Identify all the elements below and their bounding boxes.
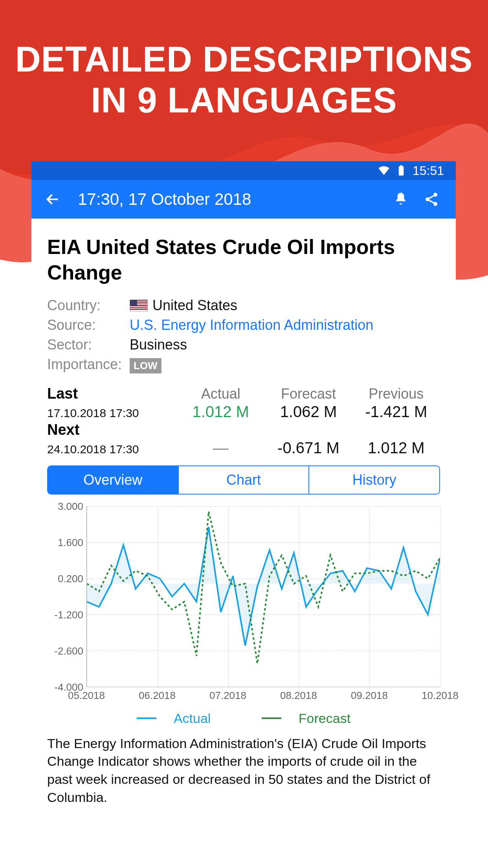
bell-icon[interactable] [388, 187, 413, 212]
previous-header: Previous [352, 386, 440, 402]
svg-rect-1 [400, 165, 402, 166]
svg-point-2 [433, 193, 437, 197]
dt-next-row: 24.10.2018 17:30 — -0.671 M 1.012 M [47, 439, 440, 457]
meta-sector-label: Sector: [47, 337, 130, 353]
tab-overview[interactable]: Overview [48, 466, 178, 494]
tab-bar: Overview Chart History [47, 465, 440, 495]
appbar-title: 17:30, 17 October 2018 [62, 190, 383, 209]
next-previous: 1.012 M [352, 439, 440, 457]
meta-importance-label: Importance: [47, 356, 130, 373]
dt-last-row: 17.10.2018 17:30 1.012 M 1.062 M -1.421 … [47, 403, 440, 421]
meta-source-link[interactable]: U.S. Energy Information Administration [130, 317, 440, 333]
phone-frame: 15:51 17:30, 17 October 2018 EIA United … [31, 161, 456, 811]
last-label: Last [47, 385, 78, 402]
tab-history[interactable]: History [308, 466, 439, 494]
meta-source-label: Source: [47, 317, 130, 333]
svg-point-4 [433, 202, 437, 206]
dt-header-next: Next [47, 421, 440, 438]
meta-grid: Country: United States Source: U.S. Ener… [47, 297, 440, 373]
meta-importance-value: LOW [130, 356, 440, 373]
meta-sector-value: Business [130, 337, 440, 353]
status-bar: 15:51 [31, 161, 456, 180]
svg-point-3 [426, 197, 429, 201]
meta-country-label: Country: [47, 297, 130, 314]
chart: 3.0001.6000.200-1.200-2.600-4.000 05.201… [47, 506, 440, 703]
last-previous: -1.421 M [352, 403, 440, 421]
next-label: Next [47, 421, 79, 438]
chart-legend: Actual Forecast [47, 707, 440, 726]
next-forecast: -0.671 M [264, 439, 352, 457]
data-table: Last Actual Forecast Previous 17.10.2018… [47, 385, 440, 457]
chart-y-axis: 3.0001.6000.200-1.200-2.600-4.000 [47, 506, 86, 687]
us-flag-icon [130, 300, 148, 311]
dt-header-last: Last Actual Forecast Previous [47, 385, 440, 402]
chart-plot[interactable] [86, 506, 440, 687]
promo-title: DETAILED DESCRIPTIONS IN 9 LANGUAGES [0, 39, 488, 121]
battery-icon [395, 165, 407, 177]
svg-rect-0 [399, 166, 404, 176]
wifi-icon [378, 165, 390, 177]
promo-line2: IN 9 LANGUAGES [0, 80, 488, 121]
back-button[interactable] [43, 190, 62, 209]
next-actual: — [177, 439, 264, 457]
meta-country-value: United States [130, 297, 440, 314]
description-text: The Energy Information Administration's … [47, 735, 440, 811]
share-icon[interactable] [419, 187, 444, 212]
promo-line1: DETAILED DESCRIPTIONS [0, 39, 488, 80]
event-title: EIA United States Crude Oil Imports Chan… [47, 234, 440, 285]
importance-badge: LOW [130, 358, 161, 373]
app-bar: 17:30, 17 October 2018 [31, 180, 456, 219]
last-actual: 1.012 M [177, 403, 264, 421]
last-datetime: 17.10.2018 17:30 [47, 406, 177, 420]
last-forecast: 1.062 M [264, 403, 352, 421]
status-time: 15:51 [413, 164, 444, 178]
content-area: EIA United States Crude Oil Imports Chan… [31, 219, 456, 811]
next-datetime: 24.10.2018 17:30 [47, 443, 177, 456]
tab-chart[interactable]: Chart [178, 466, 309, 494]
actual-header: Actual [177, 386, 264, 402]
forecast-header: Forecast [264, 386, 352, 402]
legend-actual: Actual [125, 711, 223, 726]
chart-x-axis: 05.201806.201807.201808.201809.201810.20… [86, 687, 440, 703]
legend-forecast: Forecast [250, 711, 362, 726]
